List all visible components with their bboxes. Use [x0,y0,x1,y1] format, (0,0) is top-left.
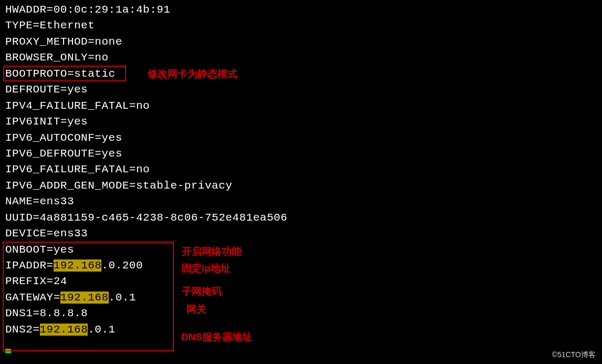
config-line-gateway: GATEWAY=192.168.0.1 [5,290,597,306]
annotation-prefix: 子网掩码 [182,284,222,299]
annotation-ipaddr: 固定ip地址 [182,261,231,276]
config-line-dns2: DNS2=192.168.0.1 [5,322,597,338]
config-line-bootproto: BOOTPROTO=static [5,66,597,82]
config-line-name: NAME=ens33 [5,194,597,210]
config-line-ipv6-failure-fatal: IPV6_FAILURE_FATAL=no [5,162,597,178]
annotation-onboot: 开启网络功能 [182,244,242,259]
config-line-ipv6-autoconf: IPV6_AUTOCONF=yes [5,130,597,146]
dns2-rest: .0.1 [88,324,115,336]
cursor-line[interactable] [5,338,597,353]
ipaddr-key: IPADDR= [5,259,54,272]
annotation-bootproto: 修改网卡为静态模式 [148,67,237,81]
config-line-ipv6init: IPV6INIT=yes [5,114,597,130]
gateway-key: GATEWAY= [5,292,60,304]
terminal-cursor [5,349,11,353]
watermark: ©51CTO博客 [552,349,596,360]
config-line-ipv4-failure-fatal: IPV4_FAILURE_FATAL=no [5,98,597,114]
config-line-type: TYPE=Ethernet [5,18,597,34]
config-line-ipv6-defroute: IPV6_DEFROUTE=yes [5,146,597,162]
config-line-browser-only: BROWSER_ONLY=no [5,50,597,66]
gateway-highlight: 192.168 [60,292,109,304]
config-line-hwaddr: HWADDR=00:0c:29:1a:4b:91 [5,2,597,18]
config-line-defroute: DEFROUTE=yes [5,82,597,98]
config-line-dns1: DNS1=8.8.8.8 [5,306,597,321]
config-line-proxy-method: PROXY_METHOD=none [5,34,597,50]
ipaddr-highlight: 192.168 [54,259,102,272]
dns2-highlight: 192.168 [40,324,88,336]
config-line-ipv6-addr-gen-mode: IPV6_ADDR_GEN_MODE=stable-privacy [5,178,597,194]
dns2-key: DNS2= [5,324,40,336]
gateway-rest: .0.1 [109,292,136,304]
annotation-gateway: 网关 [186,302,206,317]
config-line-uuid: UUID=4a881159-c465-4238-8c06-752e481ea50… [5,210,597,226]
config-line-device: DEVICE=ens33 [5,226,597,242]
ipaddr-rest: .0.200 [101,259,143,272]
annotation-dns: DNS服务器地址 [181,330,252,345]
config-line-ipaddr: IPADDR=192.168.0.200 [5,258,597,274]
config-line-prefix: PREFIX=24 [5,274,597,289]
config-line-onboot: ONBOOT=yes [5,242,597,258]
